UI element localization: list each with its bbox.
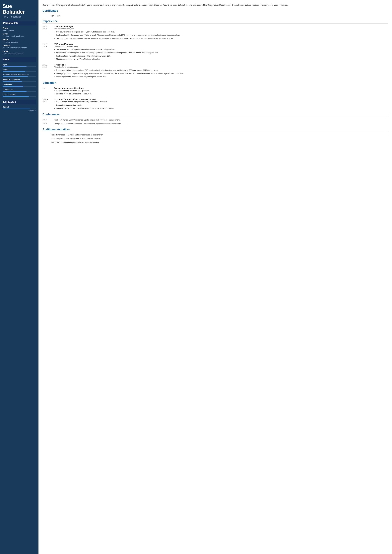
conferences-list: 2018 Northeast Shingo Lean Conference, S… <box>42 118 388 125</box>
edu-bullet: Managed student project to upgrade compu… <box>56 107 388 110</box>
education-heading: Education <box>42 81 388 85</box>
full-name: Sue Bolander <box>3 3 36 15</box>
skill-name: Agile <box>3 63 36 66</box>
exp-company: Rigas-Bratland Manufacturing <box>54 45 388 47</box>
edu-content: B.S. in Computer Science, UMass Boston R… <box>54 98 388 110</box>
email-label: E-mail <box>3 33 36 35</box>
exp-bullet: Ran project to install hour-by-hour WIP … <box>56 69 388 72</box>
skill-name: Leadership <box>3 83 36 86</box>
exp-job-title: IT Project Manager <box>54 25 388 28</box>
skill-name: Vendor Management <box>3 78 36 81</box>
exp-bullet: Implemented Six Sigma and Lean Training … <box>56 34 388 37</box>
exp-bullet: Team leader for 12 IT specialists in hig… <box>56 48 388 51</box>
skill-bar-fill <box>3 71 25 72</box>
skill-bar-bg <box>3 76 36 77</box>
conf-text: Change Management Conference, Led sessio… <box>54 122 388 125</box>
job-title: PMP, IT Specialist <box>3 15 36 18</box>
name-block: Sue Bolander PMP, IT Specialist <box>3 3 36 18</box>
language-bar-fill <box>3 109 30 109</box>
edu-content: Project Management Institute Commended b… <box>54 87 388 96</box>
language-item: Spanish Advanced <box>3 106 36 112</box>
skill-bar-bg <box>3 96 36 97</box>
exp-bullet: Implemented new cost-tracking project to… <box>56 55 388 58</box>
exp-company: Accurit International, Inc. <box>54 28 388 30</box>
www-label: WWW <box>3 39 36 41</box>
edu-date: 2007 -2011 <box>42 98 54 110</box>
skill-name: Collaboration <box>3 89 36 90</box>
skill-name: Scrum <box>3 69 36 71</box>
cert-item: PMP—PMI <box>42 15 388 17</box>
sidebar: Sue Bolander PMP, IT Specialist Personal… <box>0 0 38 554</box>
skill-bar-fill <box>3 91 27 92</box>
skill-bar-fill <box>3 81 22 82</box>
skill-item: Leadership <box>3 83 36 87</box>
edu-bullets: Commended by instructor for Agile skills… <box>54 89 388 96</box>
language-name: Spanish <box>3 106 36 108</box>
main-content: Strong IT Project Management Professiona… <box>38 0 392 554</box>
www-value: sueqbolander.com <box>3 41 36 43</box>
skill-item: Agile <box>3 63 36 67</box>
exp-content: IT Project Manager Rigas-Bratland Manufa… <box>54 43 388 61</box>
skill-bar-fill <box>3 76 28 77</box>
language-bar-bg <box>3 109 36 109</box>
personal-info-heading: Personal Info <box>3 21 36 26</box>
activity-item: Lead competitive road biking team of 20 … <box>42 137 388 140</box>
education-item: 2012 Project Management Institute Commen… <box>42 87 388 96</box>
edu-bullets: Received the Wilson Independent Study Aw… <box>54 100 388 110</box>
edu-school: Project Management Institute <box>54 87 388 89</box>
phone-label: Phone <box>3 27 36 29</box>
conf-date: 2018 <box>42 118 54 121</box>
exp-bullet: Switched all 235 employees to new schedu… <box>56 51 388 54</box>
skill-bar-bg <box>3 71 36 72</box>
linkedin-label: LinkedIn <box>3 44 36 47</box>
activities-list: Project-managed construction of new cat … <box>42 133 388 144</box>
email-value: sueqbolander@gmail.com <box>3 35 36 37</box>
exp-date: 2012 -2014 <box>42 43 54 61</box>
conference-item: 2016 Change Management Conference, Led s… <box>42 122 388 125</box>
skill-name: Business Process Improvement <box>3 74 36 76</box>
experience-list: 2014 -2018 IT Project Manager Accurit In… <box>42 25 388 79</box>
exp-bullets: Oversaw all major IT projects for 4+ yea… <box>54 30 388 40</box>
experience-item: 2012 -2014 IT Project Manager Rigas-Brat… <box>42 43 388 61</box>
exp-bullet: Managed project to train all IT staff in… <box>56 58 388 61</box>
exp-date: 2011 -2012 <box>42 63 54 78</box>
twitter-value: twitter.com/sueqbolander <box>3 53 36 55</box>
phone-value: 508-312-7122 <box>3 29 36 31</box>
skill-bar-fill <box>3 86 23 87</box>
skill-bar-fill <box>3 96 29 97</box>
edu-bullet: Received the Wilson Independent Study Aw… <box>56 100 388 104</box>
edu-school: B.S. in Computer Science, UMass Boston <box>54 98 388 100</box>
skill-bar-bg <box>3 91 36 92</box>
exp-bullets: Team leader for 12 IT specialists in hig… <box>54 48 388 61</box>
skill-item: Communication <box>3 93 36 97</box>
conf-text: Northeast Shingo Lean Conference, Spoke … <box>54 118 388 121</box>
skills-list: Agile Scrum Business Process Improvement… <box>3 63 36 97</box>
skill-bar-bg <box>3 66 36 67</box>
exp-bullet: Oversaw all major IT projects for 4+ yea… <box>56 30 388 34</box>
exp-bullets: Ran project to install hour-by-hour WIP … <box>54 69 388 78</box>
skill-bar-fill <box>3 66 27 67</box>
skill-item: Vendor Management <box>3 78 36 82</box>
experience-item: 2011 -2012 IT Specialist Rigas-Bratland … <box>42 63 388 78</box>
skill-bar-bg <box>3 86 36 87</box>
experience-heading: Experience <box>42 20 388 23</box>
activity-item: Run project management podcast with 2,50… <box>42 141 388 144</box>
twitter-label: Twitter <box>3 50 36 52</box>
languages-list: Spanish Advanced <box>3 106 36 112</box>
linkedin-value: linkedin.com/in/sueqbolander <box>3 47 36 49</box>
exp-bullet: Managed project to replace 100+ aging wo… <box>56 72 388 75</box>
edu-bullet: Commended by instructor for Agile skills… <box>56 89 388 92</box>
exp-content: IT Specialist Rigas-Bratland Manufacturi… <box>54 63 388 78</box>
exp-content: IT Project Manager Accurit International… <box>54 25 388 40</box>
exp-bullet: Through implementing standardized work a… <box>56 37 388 40</box>
exp-date: 2014 -2018 <box>42 25 54 40</box>
languages-heading: Languages <box>3 100 36 104</box>
education-item: 2007 -2011 B.S. in Computer Science, UMa… <box>42 98 388 110</box>
summary: Strong IT Project Management Professiona… <box>42 3 388 7</box>
activity-item: Project-managed construction of new cat … <box>42 133 388 137</box>
skill-item: Scrum <box>3 69 36 72</box>
conf-date: 2016 <box>42 122 54 125</box>
education-list: 2012 Project Management Institute Commen… <box>42 87 388 110</box>
exp-company: Rigas-Bratland Manufacturing <box>54 66 388 68</box>
edu-date: 2012 <box>42 87 54 96</box>
